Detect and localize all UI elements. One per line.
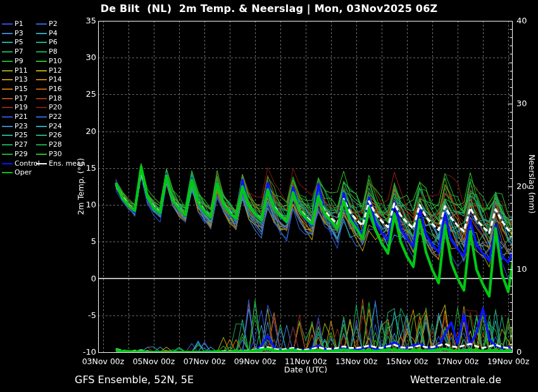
- legend-item-p15: P15: [2, 85, 28, 94]
- legend-swatch: [2, 33, 13, 34]
- x-tick-2: 05Nov 00z: [127, 357, 180, 366]
- y-left-tick-30: 30: [70, 52, 96, 63]
- legend-swatch: [36, 33, 47, 34]
- legend-label: P4: [49, 29, 58, 38]
- legend-label: P21: [15, 113, 28, 121]
- legend-label: P29: [15, 150, 28, 159]
- legend-label: P22: [49, 113, 62, 121]
- x-tick-10: 13Nov 00z: [330, 357, 383, 366]
- legend-swatch: [36, 154, 47, 155]
- legend-label: P20: [49, 103, 62, 112]
- legend-item-p12: P12: [36, 66, 62, 75]
- legend-label: P7: [15, 47, 23, 56]
- y-left-tick-20: 20: [70, 126, 96, 137]
- legend-item-p13: P13: [2, 75, 28, 84]
- y-right-tick-30: 30: [516, 99, 538, 109]
- y-left-tick-0: 0: [70, 274, 96, 284]
- legend-swatch: [2, 98, 13, 99]
- legend-item-oper: Oper: [2, 168, 32, 177]
- legend-swatch: [36, 163, 47, 164]
- legend-label: P28: [49, 140, 62, 149]
- legend-label: Oper: [15, 168, 32, 177]
- legend-swatch: [2, 107, 13, 108]
- legend-label: P10: [49, 57, 62, 66]
- legend-swatch: [2, 154, 13, 155]
- legend-item-p4: P4: [36, 29, 58, 38]
- legend-item-p17: P17: [2, 94, 28, 103]
- legend-swatch: [2, 116, 13, 118]
- y-right-tick-0: 0: [516, 347, 538, 357]
- legend-swatch: [2, 126, 13, 127]
- legend-item-p10: P10: [36, 57, 62, 66]
- legend-swatch: [2, 89, 13, 90]
- legend-swatch: [36, 51, 47, 52]
- legend-label: P12: [49, 66, 62, 75]
- legend-label: P16: [49, 85, 62, 94]
- legend-label: P3: [15, 29, 23, 38]
- legend-label: P11: [15, 66, 28, 75]
- legend-swatch: [2, 163, 13, 164]
- legend-item-p29: P29: [2, 150, 28, 159]
- y-right-tick-40: 40: [516, 16, 538, 26]
- footer-site: Wetterzentrale.de: [0, 374, 501, 386]
- legend-item-p11: P11: [2, 66, 28, 75]
- legend-label: P18: [49, 94, 62, 103]
- x-tick-0: 03Nov 00z: [77, 357, 130, 366]
- legend-item-p8: P8: [36, 47, 58, 56]
- legend-swatch: [2, 70, 13, 71]
- legend-item-p23: P23: [2, 122, 28, 131]
- chart-title: De Bilt (NL) 2m Temp. & Neerslag | Mon, …: [0, 3, 538, 15]
- legend-item-p14: P14: [36, 75, 62, 84]
- legend-swatch: [36, 144, 47, 145]
- legend-swatch: [36, 79, 47, 80]
- x-tick-14: 17Nov 00z: [431, 357, 484, 366]
- x-tick-6: 09Nov 00z: [228, 357, 282, 366]
- x-axis-title: Date (UTC): [284, 365, 327, 374]
- legend-item-p19: P19: [2, 103, 28, 112]
- legend-swatch: [2, 51, 13, 52]
- y-left-tick--10: -10: [70, 347, 96, 357]
- y-axis-right-title: Neerslag (mm): [527, 154, 537, 214]
- legend-label: P14: [49, 75, 62, 84]
- legend-label: P1: [15, 20, 23, 28]
- y-right-tick-10: 10: [516, 264, 538, 274]
- legend-swatch: [2, 23, 13, 25]
- legend-swatch: [36, 126, 47, 127]
- legend-item-p2: P2: [36, 20, 58, 28]
- legend-swatch: [2, 79, 13, 80]
- legend-swatch: [36, 135, 47, 136]
- legend-label: P24: [49, 122, 62, 131]
- legend-item-p16: P16: [36, 85, 62, 94]
- legend-swatch: [36, 98, 47, 99]
- legend-swatch: [36, 89, 47, 90]
- legend-label: P27: [15, 140, 28, 149]
- legend-swatch: [2, 144, 13, 145]
- legend-item-p25: P25: [2, 131, 28, 140]
- legend-swatch: [2, 135, 13, 136]
- legend-swatch: [36, 70, 47, 71]
- legend-swatch: [36, 23, 47, 25]
- legend-swatch: [36, 61, 47, 62]
- legend-item-p27: P27: [2, 140, 28, 149]
- legend-item-p28: P28: [36, 140, 62, 149]
- legend-label: P23: [15, 122, 28, 131]
- y-left-tick-35: 35: [70, 16, 96, 26]
- legend-item-p9: P9: [2, 57, 23, 66]
- legend-swatch: [2, 61, 13, 62]
- legend-swatch: [2, 42, 13, 43]
- legend-item-p22: P22: [36, 113, 62, 121]
- legend-label: P26: [49, 131, 62, 140]
- ensemble-chart: De Bilt (NL) 2m Temp. & Neerslag | Mon, …: [0, 0, 538, 392]
- y-axis-left-title: 2m Temp. (°C): [76, 158, 85, 215]
- legend-label: P30: [49, 150, 62, 159]
- legend-item-p7: P7: [2, 47, 23, 56]
- legend-label: P6: [49, 38, 58, 47]
- legend-label: P9: [15, 57, 23, 66]
- x-tick-4: 07Nov 00z: [178, 357, 231, 366]
- legend-swatch: [36, 116, 47, 118]
- legend-swatch: [36, 107, 47, 108]
- legend-label: P19: [15, 103, 28, 112]
- legend-item-p1: P1: [2, 20, 23, 28]
- legend-swatch: [2, 172, 13, 173]
- legend-item-p24: P24: [36, 122, 62, 131]
